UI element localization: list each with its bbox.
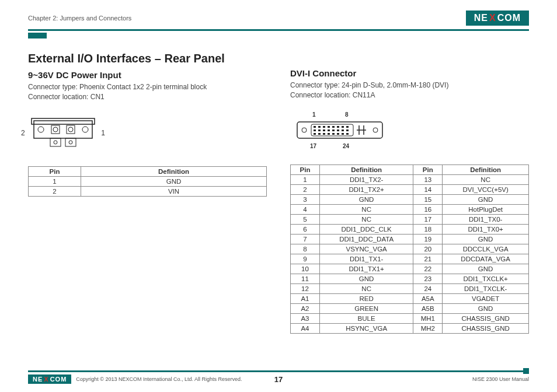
svg-rect-9 [65,138,76,146]
svg-rect-8 [50,138,61,146]
svg-point-7 [68,127,73,132]
table-row: 12NC24DDI1_TXCLK- [291,284,529,293]
table-row: A1REDA5AVGADET [291,293,529,303]
table-row: 3GND15GND [291,194,529,204]
table-row: 10DDI1_TX1+22GND [291,264,529,274]
svg-rect-24 [314,130,316,131]
svg-rect-38 [342,133,344,135]
table-row: 9DDI1_TX1-21DDCDATA_VGA [291,254,529,264]
svg-rect-29 [337,130,339,131]
svg-rect-27 [328,130,330,131]
dvi-icon [296,118,384,142]
svg-point-2 [38,127,44,132]
svg-point-10 [54,141,57,144]
svg-rect-4 [51,125,60,134]
svg-rect-20 [332,126,335,128]
svg-rect-36 [332,133,335,135]
svg-rect-19 [328,126,330,128]
table-row: A4HSYNC_VGAMH2CHASSIS_GND [291,323,529,333]
brand-logo: NEXCOM [466,10,529,26]
table-row: 8VSYNC_VGA20DDCCLK_VGA [291,244,529,254]
dvi-pinout-table: Pin Definition Pin Definition 1DDI1_TX2-… [290,164,529,334]
svg-rect-39 [346,133,349,135]
page-title: External I/O Interfaces – Rear Panel [28,52,267,65]
svg-rect-34 [323,133,325,135]
svg-rect-30 [342,130,344,131]
th-def: Definition [320,164,413,174]
svg-rect-5 [67,125,75,134]
th-pin: Pin [413,164,443,174]
page-header: Chapter 2: Jumpers and Connectors NEXCOM [28,10,529,28]
power-desc: Connector type: Phoenix Contact 1x2 2-pi… [28,82,267,102]
power-heading: 9~36V DC Power Input [28,70,267,80]
content: External I/O Interfaces – Rear Panel 9~3… [28,52,529,334]
dvi-desc: Connector type: 24-pin D-Sub, 2.0mm-M-18… [290,80,529,100]
svg-rect-31 [346,130,349,131]
left-column: External I/O Interfaces – Rear Panel 9~3… [28,52,267,334]
copyright: Copyright © 2013 NEXCOM International Co… [76,376,242,382]
table-row: 1GND [29,176,267,186]
dvi-connector-diagram: 1 8 [290,111,529,152]
page-number: 17 [274,375,283,384]
table-row: 11GND23DDI1_TXCLK+ [291,274,529,284]
svg-rect-22 [342,126,344,128]
th-def: Definition [81,166,267,176]
svg-rect-35 [328,133,330,135]
table-row: 4NC16HotPlugDet [291,204,529,214]
th-def: Definition [443,164,529,174]
table-row: 7DDI1_DDC_DATA19GND [291,234,529,244]
pin-label-2: 2 [21,129,25,137]
right-column: DVI-I Connector Connector type: 24-pin D… [290,52,529,334]
svg-rect-18 [323,126,325,128]
dvi-heading: DVI-I Connector [290,68,529,78]
header-accent [28,33,47,38]
svg-point-6 [53,127,58,132]
doc-title: NISE 2300 User Manual [472,376,529,382]
svg-rect-28 [332,130,335,131]
table-row: 6DDI1_DDC_CLK18DDI1_TX0+ [291,224,529,234]
footer-rule [28,370,529,372]
chapter-title: Chapter 2: Jumpers and Connectors [28,15,131,22]
svg-rect-1 [32,118,95,124]
svg-rect-25 [318,130,321,131]
svg-rect-37 [337,133,339,135]
svg-rect-32 [314,133,316,135]
svg-rect-21 [337,126,339,128]
svg-rect-26 [323,130,325,131]
page-footer: NEXCOM Copyright © 2013 NEXCOM Internati… [28,370,529,384]
th-pin: Pin [291,164,320,174]
svg-rect-16 [314,126,316,128]
power-pinout-table: Pin Definition 1GND2VIN [28,166,267,197]
table-row: 5NC17DDI1_TX0- [291,214,529,224]
footer-logo: NEXCOM [28,374,71,384]
svg-point-14 [373,128,378,132]
table-row: A2GREENA5BGND [291,303,529,313]
pin-label-1: 1 [101,129,105,137]
th-pin: Pin [29,166,81,176]
svg-rect-0 [34,121,92,138]
table-row: 1DDI1_TX2-13NC [291,174,529,184]
svg-point-13 [302,128,307,132]
svg-rect-33 [318,133,321,135]
svg-point-11 [69,141,72,144]
table-row: 2VIN [29,186,267,196]
svg-point-3 [82,127,88,132]
table-row: A3BULEMH1CHASSIS_GND [291,313,529,323]
header-rule [28,29,529,31]
table-row: 2DDI1_TX2+14DVI_VCC(+5V) [291,184,529,194]
svg-rect-23 [346,126,349,128]
phoenix-connector-diagram: 2 1 [28,113,267,153]
svg-rect-17 [318,126,321,128]
phoenix-icon [28,117,98,149]
